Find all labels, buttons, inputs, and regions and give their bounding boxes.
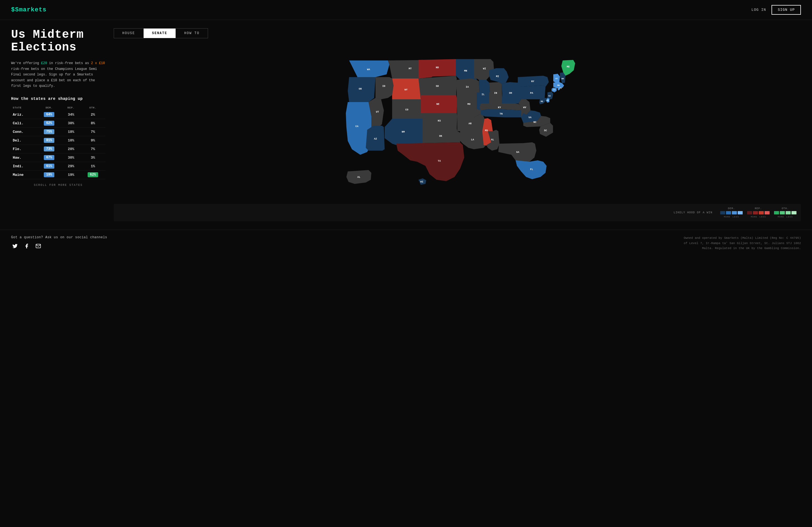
oth-cell: 1% bbox=[81, 162, 105, 171]
state-name: Conn. bbox=[11, 128, 37, 136]
state-ut[interactable] bbox=[374, 98, 384, 126]
dem-pct: 61% bbox=[44, 163, 54, 169]
promo-text: We're offering £20 in risk-free bets as … bbox=[11, 60, 105, 89]
rep-cell: 30% bbox=[61, 119, 81, 128]
state-ia[interactable] bbox=[456, 79, 479, 94]
state-ks[interactable] bbox=[423, 113, 457, 128]
signup-button[interactable]: SIGN UP bbox=[771, 5, 801, 15]
legend-dem-more-less: MORE LESS bbox=[724, 215, 739, 218]
state-pa[interactable] bbox=[518, 85, 546, 99]
scroll-more-label: SCROLL FOR MORE STATES bbox=[11, 184, 105, 187]
state-hi[interactable] bbox=[419, 179, 426, 185]
dem-pct: 73% bbox=[44, 146, 54, 152]
state-or[interactable] bbox=[348, 77, 376, 102]
oth-cell: 7% bbox=[81, 128, 105, 136]
footer-left: Got a question? Ask us on our social cha… bbox=[11, 236, 107, 250]
rep-less: LESS bbox=[759, 215, 766, 218]
email-icon[interactable] bbox=[34, 242, 42, 250]
states-heading: How the states are shaping up bbox=[11, 97, 105, 101]
left-panel: Us Midterm Elections We're offering £20 … bbox=[11, 28, 105, 221]
page-title: Us Midterm Elections bbox=[11, 28, 105, 54]
legend-dem-bar-2 bbox=[726, 211, 731, 214]
oth-pct: 2% bbox=[91, 113, 95, 117]
dem-pct: 19% bbox=[44, 172, 54, 177]
rep-cell: 29% bbox=[61, 162, 81, 171]
legend-dem-bar-3 bbox=[732, 211, 737, 214]
state-ne[interactable] bbox=[421, 95, 457, 114]
state-name: Ariz. bbox=[11, 110, 37, 119]
col-state: STATE bbox=[11, 105, 37, 110]
tab-house[interactable]: HOUSE bbox=[114, 28, 143, 38]
promo-text-2: in risk-free bets as bbox=[47, 61, 91, 65]
state-wy[interactable] bbox=[392, 79, 421, 99]
state-nm[interactable] bbox=[385, 119, 423, 145]
table-row: Maine 19% 19% 62% bbox=[11, 171, 105, 179]
legend-rep: REP. MORE LESS bbox=[747, 207, 770, 218]
state-tn[interactable] bbox=[481, 109, 523, 117]
legend-rep-bar-3 bbox=[759, 211, 764, 214]
legend-oth-bars bbox=[774, 211, 796, 214]
tab-senate[interactable]: SENATE bbox=[143, 28, 176, 38]
promo-highlight-1: £20 bbox=[41, 61, 47, 65]
rep-cell: 18% bbox=[61, 128, 81, 136]
col-rep: REP. bbox=[61, 105, 81, 110]
state-in[interactable] bbox=[489, 82, 502, 103]
dem-cell: 67% bbox=[37, 153, 61, 162]
state-nd[interactable] bbox=[419, 59, 457, 79]
twitter-icon[interactable] bbox=[11, 242, 19, 250]
facebook-icon[interactable] bbox=[23, 242, 30, 250]
legend: LIKELY HOOD OF A WIN DEM. MORE LESS REP. bbox=[114, 204, 801, 221]
legend-rep-bar-4 bbox=[765, 211, 770, 214]
legend-rep-bar-1 bbox=[747, 211, 752, 214]
state-name: Maine bbox=[11, 171, 37, 179]
state-name: Cali. bbox=[11, 119, 37, 128]
footer: Got a question? Ask us on our social cha… bbox=[0, 230, 812, 257]
table-row: Ariz. 64% 34% 2% bbox=[11, 110, 105, 119]
tabs: HOUSE SENATE HOW TO bbox=[114, 28, 801, 38]
state-name: Haw. bbox=[11, 153, 37, 162]
logo: $Smarkets bbox=[11, 6, 47, 13]
table-row: Conn. 75% 18% 7% bbox=[11, 128, 105, 136]
oth-pct: 7% bbox=[91, 147, 95, 151]
col-oth: OTH. bbox=[81, 105, 105, 110]
state-vt[interactable] bbox=[553, 74, 560, 83]
legend-dem-bars bbox=[720, 211, 743, 214]
state-ny[interactable] bbox=[518, 76, 549, 87]
dem-cell: 73% bbox=[37, 145, 61, 153]
table-row: Del. 81% 10% 9% bbox=[11, 136, 105, 145]
col-dem: DEM. bbox=[37, 105, 61, 110]
oth-pct: 9% bbox=[91, 139, 95, 143]
table-row: Cali. 62% 30% 8% bbox=[11, 119, 105, 128]
oth-more: MORE bbox=[778, 215, 784, 218]
login-link[interactable]: LOG IN bbox=[752, 8, 766, 12]
legend-rep-label: REP. bbox=[755, 207, 762, 210]
legend-rep-more-less: MORE LESS bbox=[751, 215, 766, 218]
state-mi[interactable] bbox=[489, 68, 509, 84]
tab-howto[interactable]: HOW TO bbox=[176, 28, 208, 38]
state-name: Flo. bbox=[11, 145, 37, 153]
oth-cell: 7% bbox=[81, 145, 105, 153]
oth-pct: 1% bbox=[91, 164, 95, 168]
table-row: Haw. 67% 30% 3% bbox=[11, 153, 105, 162]
state-fl[interactable] bbox=[516, 160, 547, 179]
dem-pct: 64% bbox=[44, 112, 54, 117]
state-az[interactable] bbox=[366, 126, 385, 151]
oth-cell: 2% bbox=[81, 110, 105, 119]
dem-cell: 81% bbox=[37, 136, 61, 145]
rep-cell: 10% bbox=[61, 136, 81, 145]
state-ga[interactable] bbox=[498, 142, 536, 163]
state-ok[interactable] bbox=[423, 128, 460, 143]
state-id[interactable] bbox=[376, 77, 393, 99]
state-ak[interactable] bbox=[346, 170, 371, 184]
legend-oth: OTH. MORE LESS bbox=[774, 207, 796, 218]
legend-dem-bar-1 bbox=[720, 211, 725, 214]
oth-pct: 7% bbox=[91, 130, 95, 134]
state-tx[interactable] bbox=[396, 142, 464, 181]
state-co[interactable] bbox=[392, 99, 423, 119]
state-ct[interactable] bbox=[552, 88, 556, 92]
dem-pct: 62% bbox=[44, 120, 54, 126]
map-container: WA OR CA NV ID MT bbox=[114, 44, 801, 201]
rep-cell: 19% bbox=[61, 171, 81, 179]
footer-legal: Owned and operated by Smarkets (Malta) L… bbox=[684, 236, 801, 250]
state-wa[interactable] bbox=[349, 60, 389, 77]
